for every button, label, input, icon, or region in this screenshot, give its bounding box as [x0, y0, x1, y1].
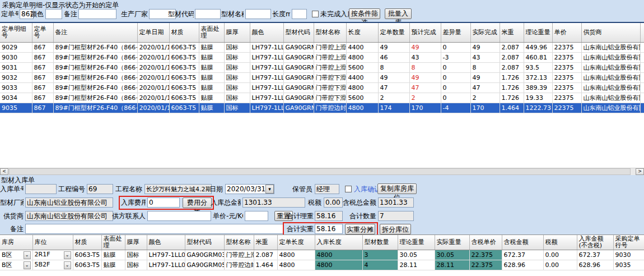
- tax-total-field[interactable]: [378, 197, 414, 208]
- table-cell[interactable]: 867: [32, 62, 53, 72]
- column-header[interactable]: 型材代码: [283, 23, 314, 42]
- table-cell[interactable]: 1222.73: [524, 103, 552, 113]
- table-cell[interactable]: 6063-T5: [169, 42, 199, 52]
- column-header[interactable]: 定单明细号: [0, 23, 32, 42]
- table-cell[interactable]: 门带腔上滑: [314, 52, 346, 62]
- table-cell[interactable]: 867: [32, 72, 53, 82]
- table-cell[interactable]: 22375: [552, 52, 581, 62]
- tax-field[interactable]: [324, 197, 343, 208]
- table-cell[interactable]: 门带腔下滑: [314, 72, 346, 82]
- color-filter-input[interactable]: [45, 9, 62, 19]
- table-cell[interactable]: 22375: [552, 72, 581, 82]
- table-cell[interactable]: 174: [378, 103, 409, 113]
- column-header[interactable]: 备注: [53, 23, 137, 42]
- column-header[interactable]: 米重: [254, 235, 277, 250]
- table-cell[interactable]: 49: [470, 42, 500, 52]
- column-header[interactable]: 材质: [73, 235, 101, 250]
- scrollbar-thumb[interactable]: [9, 168, 631, 175]
- unit-price-input[interactable]: [245, 211, 268, 221]
- column-header[interactable]: 理论重量: [398, 235, 435, 250]
- column-header[interactable]: 型材名称: [314, 23, 346, 42]
- table-cell[interactable]: 4800: [315, 250, 362, 260]
- table-cell[interactable]: 49: [409, 72, 441, 82]
- table-cell[interactable]: GA90GRM03: [283, 42, 314, 52]
- supplier-contact-input[interactable]: [147, 211, 211, 221]
- table-cell[interactable]: 1.464: [254, 260, 277, 270]
- column-header[interactable]: 型材代码: [185, 235, 224, 250]
- table-cell[interactable]: GA90GRM04: [283, 82, 314, 93]
- table-cell[interactable]: GA90GRM05: [185, 260, 224, 270]
- column-header[interactable]: 定单号: [32, 23, 53, 42]
- table-cell[interactable]: 628.96: [577, 260, 613, 270]
- table-cell[interactable]: 2020/01/13: [137, 72, 169, 82]
- table-cell[interactable]: 89#门框型材F26-F40（866+867）: [53, 82, 137, 93]
- table-cell[interactable]: -3: [441, 52, 470, 62]
- table-cell[interactable]: 1.464: [500, 103, 524, 113]
- table-cell[interactable]: 6063-T5: [73, 250, 101, 260]
- table-cell[interactable]: 9031: [0, 62, 32, 72]
- column-header[interactable]: 膜厚: [125, 235, 147, 250]
- table-cell[interactable]: 672.37: [577, 250, 613, 260]
- table-cell[interactable]: 9034: [0, 93, 32, 103]
- supplier-field[interactable]: [25, 211, 113, 221]
- table-cell[interactable]: 22375: [552, 42, 581, 52]
- column-header[interactable]: 采购定单行号: [613, 235, 644, 250]
- table-cell[interactable]: 6063-T5: [73, 260, 101, 270]
- keeper-field[interactable]: [315, 184, 339, 194]
- table-cell[interactable]: 4800: [346, 103, 378, 113]
- table-cell[interactable]: 9035: [613, 260, 644, 270]
- table-cell[interactable]: 1.726: [500, 82, 524, 93]
- table-cell[interactable]: 国标: [224, 82, 250, 93]
- table-cell[interactable]: 867: [32, 93, 53, 103]
- table-cell[interactable]: 4800: [346, 52, 378, 62]
- table-cell[interactable]: 867: [32, 82, 53, 93]
- table-row[interactable]: 903586789#门框型材F26-F40（866+867）2020/01/13…: [0, 103, 644, 113]
- table-cell[interactable]: 49: [409, 42, 441, 52]
- unfinished-checkbox[interactable]: [312, 11, 319, 17]
- table-cell[interactable]: 6063-T5: [169, 82, 199, 93]
- table-cell[interactable]: 22.375: [469, 260, 502, 270]
- column-header[interactable]: 表面处理: [101, 235, 125, 250]
- table-cell[interactable]: LH797-1LL0: [250, 93, 283, 103]
- table-cell[interactable]: 2020/01/13: [137, 103, 169, 113]
- table-cell[interactable]: 5600: [346, 62, 378, 72]
- table-cell[interactable]: 30.05: [398, 250, 435, 260]
- table-cell[interactable]: LH797-1LL0: [147, 260, 185, 270]
- table-cell[interactable]: 43: [470, 52, 500, 62]
- table-cell[interactable]: 0: [441, 93, 470, 103]
- column-header[interactable]: 颜色: [250, 23, 283, 42]
- table-cell[interactable]: 89#门框型材F26-F40（866+867）: [53, 72, 137, 82]
- copy-warehouse-location-button[interactable]: 复制库房库位: [377, 183, 417, 194]
- table-cell[interactable]: 贴膜: [199, 72, 224, 82]
- column-header[interactable]: 定单长度: [277, 235, 315, 250]
- table-row[interactable]: ⌄B区⌄5B2F6063-T5贴膜国标LH797-1LL0GA90GRM05门带…: [0, 260, 644, 270]
- table-cell[interactable]: 贴膜: [199, 42, 224, 52]
- table-cell[interactable]: 628.96: [502, 260, 543, 270]
- table-cell[interactable]: 867: [32, 42, 53, 52]
- table-cell[interactable]: 门带腔边封: [224, 260, 254, 270]
- table-cell[interactable]: 国标: [224, 52, 250, 62]
- table-cell[interactable]: 4800: [277, 250, 315, 260]
- table-cell[interactable]: LH797-1LL0: [250, 72, 283, 82]
- table-cell[interactable]: 山东南山铝业股份有限公司: [581, 82, 640, 93]
- table-cell[interactable]: 389.39: [524, 82, 552, 93]
- table-cell[interactable]: 9035: [0, 103, 32, 113]
- table-cell[interactable]: 0: [441, 42, 470, 52]
- column-header[interactable]: 含税单价: [469, 235, 502, 250]
- project-name-field[interactable]: [144, 184, 212, 194]
- table-cell[interactable]: LH797-1LL0: [250, 103, 283, 113]
- table-cell[interactable]: 19.33: [524, 93, 552, 103]
- table-cell[interactable]: GA90GRM03: [185, 250, 224, 260]
- table-cell[interactable]: 贴膜: [101, 260, 125, 270]
- table-cell[interactable]: 372.13: [524, 72, 552, 82]
- table-cell[interactable]: 9030: [613, 250, 644, 260]
- column-header[interactable]: 膜厚: [224, 23, 250, 42]
- table-cell[interactable]: LH797-1LL0: [250, 52, 283, 62]
- table-cell[interactable]: 山东南山铝业股份有限公司: [581, 103, 640, 113]
- table-row[interactable]: 903486789#门框型材F26-F40（866+867）2020/01/13…: [0, 93, 644, 103]
- inbound-confirm-checkbox[interactable]: [345, 186, 352, 192]
- table-cell[interactable]: 4800: [315, 260, 362, 270]
- table-cell[interactable]: 2: [378, 93, 409, 103]
- column-header[interactable]: 长度: [346, 23, 378, 42]
- table-cell[interactable]: 贴膜: [199, 93, 224, 103]
